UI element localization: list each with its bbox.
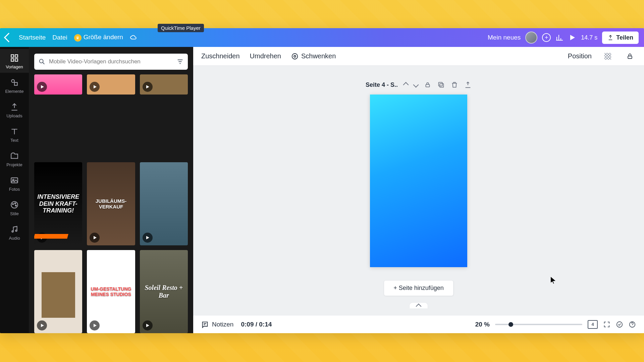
page-label[interactable]: Seite 4 - S.. bbox=[366, 81, 398, 88]
share-label: Teilen bbox=[616, 34, 633, 41]
svg-point-11 bbox=[15, 205, 16, 206]
template-label: INTENSIVIERE DEIN KRAFT-TRAINING! bbox=[34, 193, 82, 214]
help-icon[interactable] bbox=[629, 321, 636, 328]
nav-photos[interactable]: Fotos bbox=[0, 171, 29, 195]
svg-point-15 bbox=[292, 53, 298, 59]
audio-icon bbox=[10, 225, 19, 234]
avatar[interactable] bbox=[525, 32, 537, 44]
delete-page-icon[interactable] bbox=[451, 81, 458, 88]
play-badge-icon bbox=[143, 82, 153, 92]
app-header: Startseite Datei ♛Größe ändern Mein neue… bbox=[0, 28, 644, 47]
svg-point-4 bbox=[11, 79, 14, 82]
svg-rect-3 bbox=[15, 59, 18, 61]
lock-button[interactable] bbox=[624, 50, 636, 62]
playhead-time: 0:09 / 0:14 bbox=[241, 321, 272, 328]
templates-icon bbox=[10, 54, 19, 62]
canvas-area: Zuschneiden Umdrehen Schwenken Position … bbox=[193, 47, 644, 333]
pan-button[interactable]: Schwenken bbox=[291, 52, 336, 60]
uploads-icon bbox=[10, 103, 19, 111]
nav-projects[interactable]: Projekte bbox=[0, 147, 29, 171]
cloud-sync-icon[interactable] bbox=[130, 34, 137, 41]
crop-button[interactable]: Zuschneiden bbox=[201, 52, 240, 60]
nav-elements[interactable]: Elemente bbox=[0, 73, 29, 97]
nav-text[interactable]: Text bbox=[0, 122, 29, 146]
svg-rect-2 bbox=[11, 59, 14, 61]
analytics-icon[interactable] bbox=[555, 34, 564, 42]
svg-rect-0 bbox=[11, 55, 14, 57]
template-label: JUBILÄUMS-VERKAUF bbox=[87, 198, 135, 210]
notes-icon bbox=[201, 321, 209, 328]
home-link[interactable]: Startseite bbox=[19, 34, 46, 41]
zoom-slider[interactable] bbox=[495, 324, 582, 325]
project-name[interactable]: Mein neues bbox=[488, 34, 521, 41]
duplicate-page-icon[interactable] bbox=[437, 81, 445, 88]
svg-point-10 bbox=[15, 203, 16, 204]
back-icon[interactable] bbox=[4, 33, 13, 42]
tooltip-quicktime: QuickTime Player bbox=[158, 24, 204, 32]
template-thumb[interactable]: INTENSIVIERE DEIN KRAFT-TRAINING! bbox=[34, 162, 82, 245]
zoom-percent[interactable]: 20 % bbox=[475, 321, 490, 328]
template-label: UM-GESTALTUNG MEINES STUDIOS bbox=[87, 286, 135, 297]
fullscreen-icon[interactable] bbox=[603, 321, 610, 328]
play-badge-icon bbox=[90, 320, 100, 330]
stage[interactable]: Seite 4 - S.. + Seite hinzufügen bbox=[193, 66, 644, 315]
add-collaborator-button[interactable]: + bbox=[542, 33, 551, 42]
template-thumb[interactable] bbox=[34, 74, 82, 95]
pan-icon bbox=[291, 53, 299, 60]
resize-button[interactable]: ♛Größe ändern bbox=[74, 34, 123, 42]
page-count[interactable]: 4 bbox=[588, 320, 598, 329]
slider-knob[interactable] bbox=[508, 322, 513, 327]
lock-page-icon[interactable] bbox=[424, 81, 431, 88]
svg-point-24 bbox=[617, 321, 623, 327]
nav-audio[interactable]: Audio bbox=[0, 220, 29, 244]
flip-button[interactable]: Umdrehen bbox=[250, 52, 281, 60]
text-icon bbox=[10, 127, 19, 136]
template-thumb[interactable]: Soleil Resto + Bar bbox=[140, 250, 188, 333]
notes-button[interactable]: Notizen bbox=[201, 321, 233, 328]
template-thumb[interactable] bbox=[140, 162, 188, 245]
page-down-icon[interactable] bbox=[413, 82, 419, 88]
context-toolbar: Zuschneiden Umdrehen Schwenken Position bbox=[193, 47, 644, 66]
nav-label: Audio bbox=[9, 236, 20, 241]
timeline-toggle[interactable] bbox=[409, 302, 428, 308]
transparency-icon bbox=[604, 52, 612, 60]
search-input[interactable] bbox=[49, 58, 173, 65]
template-thumb[interactable]: JUBILÄUMS-VERKAUF bbox=[87, 162, 135, 245]
nav-styles[interactable]: Stile bbox=[0, 196, 29, 220]
filter-icon[interactable] bbox=[176, 58, 184, 65]
svg-rect-17 bbox=[604, 53, 611, 60]
template-thumb[interactable]: UM-GESTALTUNG MEINES STUDIOS bbox=[87, 250, 135, 333]
template-thumb[interactable] bbox=[87, 74, 135, 95]
notes-label: Notizen bbox=[212, 321, 233, 328]
folder-icon bbox=[10, 152, 19, 160]
lock-icon bbox=[627, 53, 633, 60]
play-badge-icon bbox=[143, 233, 153, 243]
file-menu[interactable]: Datei bbox=[52, 34, 67, 41]
duration-display: 14.7 s bbox=[581, 34, 597, 41]
share-button[interactable]: Teilen bbox=[602, 32, 639, 44]
transparency-button[interactable] bbox=[602, 50, 614, 62]
page-up-icon[interactable] bbox=[403, 82, 409, 88]
export-page-icon[interactable] bbox=[464, 81, 472, 88]
svg-point-9 bbox=[12, 203, 13, 204]
check-icon[interactable] bbox=[616, 321, 623, 328]
nav-label: Fotos bbox=[9, 187, 20, 192]
nav-uploads[interactable]: Uploads bbox=[0, 98, 29, 122]
position-button[interactable]: Position bbox=[568, 52, 592, 60]
play-badge-icon bbox=[37, 233, 47, 243]
template-grid: INTENSIVIERE DEIN KRAFT-TRAINING! JUBILÄ… bbox=[29, 74, 193, 333]
nav-label: Projekte bbox=[6, 162, 22, 167]
add-page-button[interactable]: + Seite hinzufügen bbox=[384, 280, 453, 296]
elements-icon bbox=[10, 78, 19, 87]
svg-rect-22 bbox=[440, 83, 443, 87]
nav-templates[interactable]: Vorlagen bbox=[0, 49, 29, 73]
play-icon[interactable] bbox=[568, 34, 576, 42]
template-thumb[interactable] bbox=[140, 74, 188, 95]
share-icon bbox=[607, 35, 613, 41]
canvas-page[interactable] bbox=[370, 95, 467, 267]
template-thumb[interactable] bbox=[34, 250, 82, 333]
resize-label: Größe ändern bbox=[84, 34, 123, 41]
svg-point-13 bbox=[15, 230, 17, 231]
play-badge-icon bbox=[143, 320, 153, 330]
page-controls: Seite 4 - S.. bbox=[366, 81, 472, 88]
